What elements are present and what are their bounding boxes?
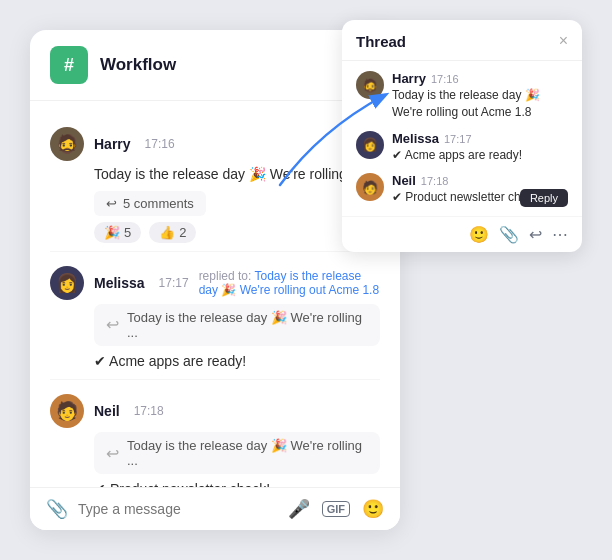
thread-title: Thread bbox=[356, 33, 406, 50]
thread-harry-header: Harry 17:16 bbox=[392, 71, 568, 86]
party-count: 5 bbox=[124, 225, 131, 240]
quoted-reply-icon: ↩ bbox=[106, 315, 119, 334]
thread-panel: Thread × 🧔 Harry 17:16 Today is the rele… bbox=[342, 20, 582, 252]
harry-message-header: 🧔 Harry 17:16 bbox=[50, 127, 380, 161]
input-icons: 🎤 GIF 🙂 bbox=[288, 498, 384, 520]
melissa-timestamp: 17:17 bbox=[159, 276, 189, 290]
thread-close-button[interactable]: × bbox=[559, 32, 568, 50]
mic-icon[interactable]: 🎤 bbox=[288, 498, 310, 520]
thread-melissa-text: ✔ Acme apps are ready! bbox=[392, 147, 568, 164]
reply-tooltip: Reply bbox=[520, 189, 568, 207]
melissa-avatar: 👩 bbox=[50, 266, 84, 300]
melissa-reply-link[interactable]: Today is the release day 🎉 We're rolling… bbox=[199, 269, 380, 297]
melissa-quoted: ↩ Today is the release day 🎉 We're rolli… bbox=[94, 304, 380, 346]
thread-harry-time: 17:16 bbox=[431, 73, 459, 85]
thread-melissa-header: Melissa 17:17 bbox=[392, 131, 568, 146]
thread-neil-header: Neil 17:18 bbox=[392, 173, 568, 188]
channel-icon: # bbox=[50, 46, 88, 84]
thread-harry-content: Harry 17:16 Today is the release day 🎉 W… bbox=[392, 71, 568, 121]
reaction-thumbs[interactable]: 👍 2 bbox=[149, 222, 196, 243]
party-emoji: 🎉 bbox=[104, 225, 120, 240]
harry-message-block: 🧔 Harry 17:16 Today is the release day 🎉… bbox=[50, 117, 380, 252]
reaction-party[interactable]: 🎉 5 bbox=[94, 222, 141, 243]
emoji-action-icon[interactable]: 🙂 bbox=[469, 225, 489, 244]
neil-author: Neil bbox=[94, 403, 120, 419]
harry-timestamp: 17:16 bbox=[145, 137, 175, 151]
reply-action-icon[interactable]: ↩ bbox=[529, 225, 542, 244]
thread-actions: Reply 🙂 📎 ↩ ⋯ bbox=[342, 216, 582, 252]
neil-quoted: ↩ Today is the release day 🎉 We're rolli… bbox=[94, 432, 380, 474]
thread-harry-avatar: 🧔 bbox=[356, 71, 384, 99]
thread-melissa-author: Melissa bbox=[392, 131, 439, 146]
melissa-message-block: 👩 Melissa 17:17 replied to: Today is the… bbox=[50, 256, 380, 381]
channel-name: Workflow bbox=[100, 55, 176, 75]
emoji-icon[interactable]: 🙂 bbox=[362, 498, 384, 520]
thread-melissa-content: Melissa 17:17 ✔ Acme apps are ready! bbox=[392, 131, 568, 164]
thread-neil-time: 17:18 bbox=[421, 175, 449, 187]
thread-neil-avatar: 🧑 bbox=[356, 173, 384, 201]
thread-melissa-msg: 👩 Melissa 17:17 ✔ Acme apps are ready! bbox=[356, 131, 568, 164]
attachment-action-icon[interactable]: 📎 bbox=[499, 225, 519, 244]
harry-message-text: Today is the release day 🎉 We're rolling… bbox=[94, 165, 380, 185]
attachment-icon[interactable]: 📎 bbox=[46, 498, 68, 520]
thumbs-count: 2 bbox=[179, 225, 186, 240]
harry-avatar: 🧔 bbox=[50, 127, 84, 161]
thread-melissa-avatar: 👩 bbox=[356, 131, 384, 159]
neil-message-block: 🧑 Neil 17:18 ↩ Today is the release day … bbox=[50, 384, 380, 487]
input-area: 📎 🎤 GIF 🙂 bbox=[30, 487, 400, 530]
more-action-icon[interactable]: ⋯ bbox=[552, 225, 568, 244]
gif-button[interactable]: GIF bbox=[322, 501, 350, 517]
thread-harry-text: Today is the release day 🎉 We're rolling… bbox=[392, 87, 568, 121]
comments-label: 5 comments bbox=[123, 196, 194, 211]
thumbs-emoji: 👍 bbox=[159, 225, 175, 240]
neil-quoted-text: Today is the release day 🎉 We're rolling… bbox=[127, 438, 368, 468]
melissa-author: Melissa bbox=[94, 275, 145, 291]
neil-timestamp: 17:18 bbox=[134, 404, 164, 418]
message-input[interactable] bbox=[78, 501, 278, 517]
melissa-message-text: ✔ Acme apps are ready! bbox=[94, 352, 380, 372]
harry-reactions: 🎉 5 👍 2 bbox=[94, 222, 380, 243]
thread-harry-author: Harry bbox=[392, 71, 426, 86]
neil-quoted-icon: ↩ bbox=[106, 444, 119, 463]
neil-message-text: ✔ Product newsletter check! bbox=[94, 480, 380, 487]
thread-melissa-time: 17:17 bbox=[444, 133, 472, 145]
thread-neil-author: Neil bbox=[392, 173, 416, 188]
neil-avatar: 🧑 bbox=[50, 394, 84, 428]
reply-icon: ↩ bbox=[106, 196, 117, 211]
thread-harry-msg: 🧔 Harry 17:16 Today is the release day 🎉… bbox=[356, 71, 568, 121]
comments-button[interactable]: ↩ 5 comments bbox=[94, 191, 206, 216]
melissa-replied-to: replied to: Today is the release day 🎉 W… bbox=[199, 269, 380, 297]
harry-author: Harry bbox=[94, 136, 131, 152]
melissa-message-header: 👩 Melissa 17:17 replied to: Today is the… bbox=[50, 266, 380, 300]
neil-message-header: 🧑 Neil 17:18 bbox=[50, 394, 380, 428]
thread-header: Thread × bbox=[342, 20, 582, 61]
melissa-quoted-text: Today is the release day 🎉 We're rolling… bbox=[127, 310, 368, 340]
